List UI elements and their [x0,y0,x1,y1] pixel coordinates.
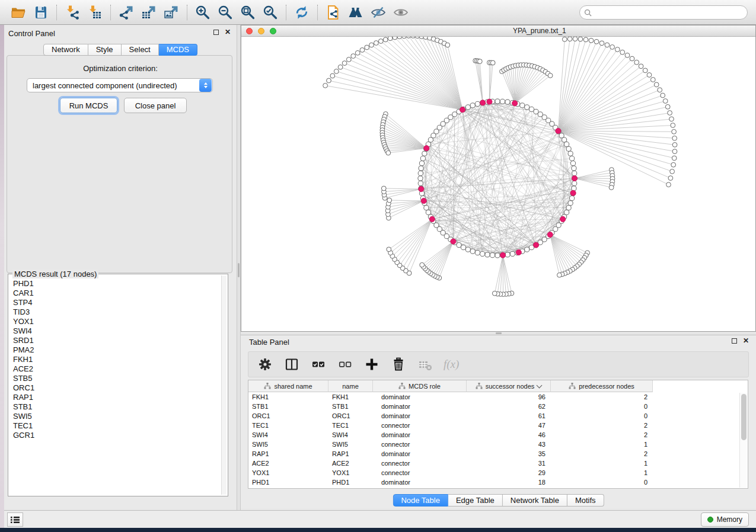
zoom-out-icon[interactable] [214,2,237,23]
mcds-list-scrollbar[interactable] [221,275,227,495]
column-header-successor-nodes[interactable]: successor nodes [467,380,551,392]
mcds-result-item[interactable]: STB5 [13,374,227,383]
tab-motifs[interactable]: Motifs [567,494,604,507]
table-cell: SWI4 [328,430,373,440]
zoom-selected-icon[interactable] [259,2,282,23]
show-eye-icon[interactable] [390,2,412,23]
mcds-result-list[interactable]: PHD1CAR1STP4TID3YOX1SWI4SRD1PMA2FKH1ACE2… [9,275,227,495]
deselect-all-icon[interactable] [337,356,353,373]
mcds-result-item[interactable]: FKH1 [13,355,227,364]
close-table-panel-icon[interactable]: ✕ [743,338,749,344]
tab-edge-table[interactable]: Edge Table [448,494,503,507]
cytoscape-window: Control Panel ✕ NetworkStyleSelectMCDS O… [0,0,756,528]
float-table-panel-icon[interactable] [732,338,737,344]
column-header-shared-name[interactable]: shared name [248,380,328,392]
table-cell: SWI5 [328,440,373,449]
network-canvas[interactable] [241,37,755,331]
delete-icon[interactable] [390,356,407,373]
table-row[interactable]: ORC1ORC1dominator610 [248,411,748,421]
table-row[interactable]: TEC1TEC1connector472 [248,421,748,430]
mcds-result-item[interactable]: YOX1 [13,317,227,326]
table-cell: 43 [467,440,551,449]
tab-network[interactable]: Network [43,44,88,56]
zoom-in-icon[interactable] [192,2,214,23]
tab-select[interactable]: Select [122,44,159,56]
vertical-splitter[interactable] [237,25,241,510]
mcds-result-item[interactable]: ACE2 [13,364,227,374]
mcds-result-item[interactable]: ORC1 [13,383,227,393]
close-window-icon[interactable] [246,28,253,34]
table-row[interactable]: YOX1YOX1connector291 [248,468,748,477]
mcds-result-item[interactable]: TEC1 [13,421,227,431]
open-icon[interactable] [7,2,30,23]
table-cell: 29 [467,468,551,477]
import-table-icon[interactable] [84,2,106,23]
search-objects-icon[interactable] [344,2,367,23]
maximize-window-icon[interactable] [270,28,276,34]
close-panel-button[interactable]: Close panel [124,98,187,113]
mcds-result-item[interactable]: SRD1 [13,336,227,345]
tab-mcds[interactable]: MCDS [159,44,197,56]
task-history-button[interactable] [7,512,23,527]
import-network-icon[interactable] [61,2,84,23]
refresh-icon[interactable] [291,2,313,23]
table-cell: 47 [467,421,551,430]
table-cell: 61 [467,411,551,421]
column-header-MCDS-role[interactable]: MCDS role [373,380,467,392]
gear-icon[interactable] [257,356,273,373]
close-panel-icon[interactable]: ✕ [225,30,231,35]
column-header-name[interactable]: name [328,380,373,392]
network-window-titlebar[interactable]: YPA_prune.txt_1 [241,25,755,37]
save-icon[interactable] [30,2,52,23]
table-row[interactable]: PHD1PHD1dominator180 [248,477,748,487]
mcds-result-item[interactable]: STB1 [13,402,227,412]
search-input[interactable] [594,8,747,17]
application-window: Control Panel ✕ NetworkStyleSelectMCDS O… [0,0,756,532]
mcds-result-item[interactable]: STP4 [13,298,227,307]
mcds-result-item[interactable]: SWI5 [13,412,227,421]
table-row[interactable]: FKH1FKH1dominator962 [248,392,748,402]
export-network-icon[interactable] [115,2,138,23]
table-row[interactable]: STB1STB1dominator620 [248,402,748,411]
columns-icon[interactable] [283,356,300,373]
table-scrollbar[interactable] [739,393,747,488]
table-row[interactable]: ACE2ACE2connector311 [248,459,748,468]
tab-network-table[interactable]: Network Table [503,494,567,507]
table-cell: TEC1 [248,421,328,430]
destroy-table-icon[interactable] [417,356,433,373]
table-row[interactable]: SWI4SWI4dominator462 [248,430,748,440]
table-cell: STB1 [248,402,328,411]
search-box[interactable] [579,5,748,20]
select-all-icon[interactable] [310,356,327,373]
network-graph[interactable] [241,37,755,331]
mcds-result-item[interactable]: SWI4 [13,326,227,336]
optimization-criterion-dropdown[interactable]: largest connected component (undirected) [27,78,213,92]
float-panel-icon[interactable] [213,30,219,35]
zoom-fit-icon[interactable] [237,2,259,23]
export-document-icon[interactable] [322,2,344,23]
minimize-window-icon[interactable] [258,28,264,34]
mcds-result-item[interactable]: GCR1 [13,431,227,440]
table-cell: ORC1 [328,411,373,421]
table-cell: connector [373,459,467,468]
column-header-predecessor-nodes[interactable]: predecessor nodes [551,380,653,392]
hide-eye-icon[interactable] [367,2,390,23]
add-icon[interactable] [363,356,380,373]
mcds-result-item[interactable]: RAP1 [13,393,227,402]
toolbar-separator [317,5,318,20]
table-row[interactable]: RAP1RAP1dominator352 [248,449,748,459]
tab-style[interactable]: Style [88,44,122,56]
mcds-result-item[interactable]: TID3 [13,307,227,317]
mcds-result-item[interactable]: PMA2 [13,345,227,355]
run-mcds-button[interactable]: Run MCDS [60,98,117,113]
mcds-result-item[interactable]: PHD1 [13,279,227,289]
table-row[interactable]: SWI5SWI5connector431 [248,440,748,449]
export-table-icon[interactable] [138,2,160,23]
table-scrollbar-thumb[interactable] [741,394,747,440]
table-cell: FKH1 [328,392,373,402]
mcds-result-item[interactable]: CAR1 [13,289,227,298]
tab-node-table[interactable]: Node Table [393,494,448,507]
status-bar: Memory [4,510,756,528]
export-image-icon[interactable] [160,2,183,23]
memory-button[interactable]: Memory [701,512,749,527]
